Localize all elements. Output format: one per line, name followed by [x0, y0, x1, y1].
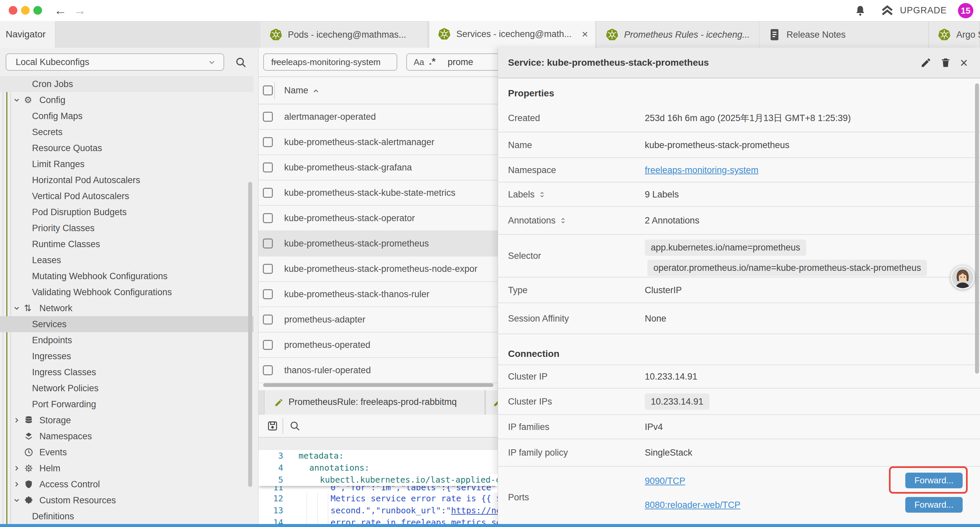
chevron-right-icon[interactable] — [13, 416, 21, 424]
sort-ascending-icon[interactable] — [312, 87, 320, 95]
sort-updown-icon[interactable] — [539, 190, 546, 199]
tab-prometheus[interactable]: Prometheus Rules - icecheng... — [597, 22, 759, 48]
user-avatar[interactable] — [951, 266, 975, 290]
row-checkbox[interactable] — [263, 264, 273, 274]
sidebar-item-vertical-pod-autoscalers[interactable]: Vertical Pod Autoscalers — [0, 188, 253, 204]
chevron-down-icon[interactable] — [13, 304, 21, 312]
detail-scrollbar[interactable] — [975, 83, 979, 374]
resource-search-input[interactable]: Aa .* prome — [406, 53, 498, 71]
sidebar-item-mutating-webhook-configurations[interactable]: Mutating Webhook Configurations — [0, 268, 253, 284]
namespace-selector[interactable]: freeleaps-monitoring-system — [263, 53, 397, 71]
table-row[interactable]: kube-prometheus-stack-alertmanager — [259, 130, 498, 155]
match-case-toggle[interactable]: Aa — [414, 54, 424, 70]
sidebar-item-validating-webhook-configurations[interactable]: Validating Webhook Configurations — [0, 284, 253, 300]
editor-search-icon[interactable] — [289, 420, 301, 431]
chevron-down-icon[interactable] — [13, 496, 21, 504]
sidebar-item-config[interactable]: ⚙Config — [0, 92, 253, 108]
code-link[interactable]: https://net — [451, 506, 498, 515]
table-row[interactable]: prometheus-adapter — [259, 307, 498, 333]
table-row[interactable]: kube-prometheus-stack-operator — [259, 206, 498, 231]
notifications-bell-icon[interactable] — [854, 5, 866, 17]
sidebar-item-limit-ranges[interactable]: Limit Ranges — [0, 156, 253, 172]
edit-service-button[interactable] — [920, 57, 932, 68]
sidebar-item-services[interactable]: Services — [0, 316, 253, 332]
notification-count-badge[interactable]: 15 — [958, 3, 973, 18]
sidebar-item-definitions[interactable]: Definitions — [0, 508, 253, 524]
sidebar-item-resource-quotas[interactable]: Resource Quotas — [0, 140, 253, 156]
row-checkbox[interactable] — [263, 340, 273, 350]
row-checkbox[interactable] — [263, 213, 273, 223]
sidebar-item-ingress-classes[interactable]: Ingress Classes — [0, 364, 253, 380]
table-row[interactable]: alertmanager-operated — [259, 104, 498, 130]
yaml-editor[interactable]: 3metadata:4annotations:5kubectl.kubernet… — [259, 450, 498, 527]
chevron-right-icon[interactable] — [13, 480, 21, 488]
sidebar-item-access-control[interactable]: Access Control — [0, 476, 253, 492]
back-button[interactable]: ← — [54, 3, 67, 18]
sidebar-item-helm[interactable]: Helm — [0, 460, 253, 476]
maximize-window-button[interactable] — [33, 6, 42, 15]
row-checkbox[interactable] — [263, 188, 273, 198]
horizontal-scrollbar[interactable] — [263, 383, 493, 387]
tab-services[interactable]: Services - icecheng@math...× — [429, 21, 596, 48]
close-window-button[interactable] — [9, 6, 18, 15]
chevron-down-icon[interactable] — [13, 96, 21, 104]
forward-button[interactable]: → — [73, 3, 86, 18]
sidebar-scrollbar[interactable] — [248, 182, 252, 487]
sidebar-item-priority-classes[interactable]: Priority Classes — [0, 220, 253, 236]
tab-argo[interactable]: Argo Se — [929, 22, 980, 48]
tab-pods[interactable]: Pods - icecheng@mathmas... — [261, 22, 428, 48]
search-icon[interactable] — [235, 56, 247, 68]
row-checkbox[interactable] — [263, 239, 273, 248]
port-link[interactable]: 8080:reloader-web/TCP — [645, 500, 740, 510]
tab-navigator[interactable]: Navigator — [0, 21, 56, 48]
table-row[interactable]: kube-prometheus-stack-grafana — [259, 155, 498, 180]
table-row[interactable]: kube-prometheus-stack-kube-state-metrics — [259, 180, 498, 206]
sidebar-item-storage[interactable]: Storage — [0, 412, 253, 428]
forward-button[interactable]: Forward... — [905, 497, 963, 513]
sidebar-item-horizontal-pod-autoscalers[interactable]: Horizontal Pod Autoscalers — [0, 172, 253, 188]
sidebar-item-network[interactable]: ⇅Network — [0, 300, 253, 316]
upgrade-icon[interactable] — [881, 4, 894, 17]
table-row[interactable]: kube-prometheus-stack-thanos-ruler — [259, 282, 498, 307]
regex-toggle[interactable]: .* — [429, 54, 436, 69]
delete-service-button[interactable] — [940, 57, 951, 68]
close-panel-button[interactable]: × — [960, 48, 968, 78]
sidebar-item-runtime-classes[interactable]: Runtime Classes — [0, 236, 253, 252]
table-row[interactable]: kube-prometheus-stack-prometheus — [259, 231, 498, 256]
port-link[interactable]: 9090/TCP — [645, 476, 686, 486]
minimize-window-button[interactable] — [21, 6, 30, 15]
row-checkbox[interactable] — [263, 315, 273, 325]
namespace-link[interactable]: freeleaps-monitoring-system — [645, 165, 759, 175]
row-checkbox[interactable] — [263, 365, 273, 375]
sidebar-item-cron-jobs[interactable]: Cron Jobs — [0, 76, 253, 92]
editor-tab-partial[interactable] — [486, 390, 498, 415]
sidebar-item-pod-disruption-budgets[interactable]: Pod Disruption Budgets — [0, 204, 253, 220]
select-all-checkbox[interactable] — [263, 85, 273, 96]
chevron-right-icon[interactable] — [13, 464, 21, 472]
kubeconfig-selector[interactable]: Local Kubeconfigs — [6, 53, 224, 71]
sidebar-item-secrets[interactable]: Secrets — [0, 124, 253, 140]
sidebar-item-leases[interactable]: Leases — [0, 252, 253, 268]
table-row[interactable]: kube-prometheus-stack-prometheus-node-ex… — [259, 256, 498, 282]
row-checkbox[interactable] — [263, 137, 273, 147]
table-row[interactable]: prometheus-operated — [259, 333, 498, 358]
sidebar-item-ingresses[interactable]: Ingresses — [0, 348, 253, 364]
sidebar-item-endpoints[interactable]: Endpoints — [0, 332, 253, 348]
sidebar-item-events[interactable]: Events — [0, 444, 253, 460]
editor-tab-prometheusrule[interactable]: PrometheusRule: freeleaps-prod-rabbitmq — [264, 390, 485, 415]
table-row[interactable]: thanos-ruler-operated — [259, 358, 498, 383]
close-tab-icon[interactable]: × — [582, 21, 588, 47]
sidebar-item-port-forwarding[interactable]: Port Forwarding — [0, 396, 253, 412]
row-checkbox[interactable] — [263, 162, 273, 172]
save-icon[interactable] — [267, 420, 278, 431]
row-checkbox[interactable] — [263, 289, 273, 299]
sidebar-item-network-policies[interactable]: Network Policies — [0, 380, 253, 396]
sort-updown-icon[interactable] — [560, 216, 566, 226]
sidebar-item-custom-resources[interactable]: Custom Resources — [0, 492, 253, 508]
upgrade-button[interactable]: UPGRADE — [900, 0, 947, 21]
sidebar-item-namespaces[interactable]: Namespaces — [0, 428, 253, 444]
row-checkbox[interactable] — [263, 112, 273, 122]
sidebar-item-config-maps[interactable]: Config Maps — [0, 108, 253, 124]
tab-release[interactable]: Release Notes — [759, 22, 929, 48]
name-column-header[interactable]: Name — [284, 77, 308, 104]
